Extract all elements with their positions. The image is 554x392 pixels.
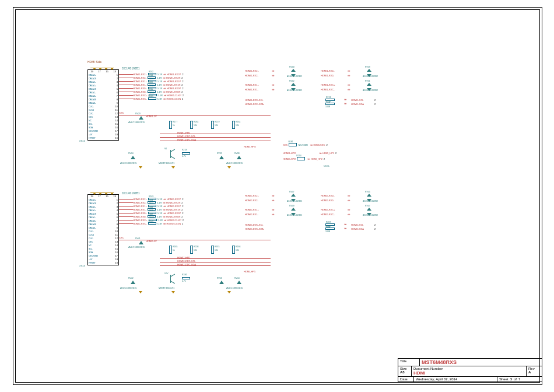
tvs-icon (237, 281, 241, 284)
pullup-res (169, 121, 172, 129)
tb-size-label: Size A3 (398, 366, 411, 376)
bidir-arrow-icon: «» (348, 83, 350, 86)
gnd-icon (171, 166, 175, 169)
hdmi1-connector-refdes: DC1R019JB1 (122, 66, 140, 70)
tvs-icon (131, 156, 135, 159)
port-chevron-icon: «« (163, 198, 166, 200)
tvs-icon (139, 116, 143, 120)
hdmi2-connector-refdes: DC1R019JB1 (122, 191, 140, 195)
hdmi1-block: DC1R019JB1 19171513 DATA2+1DATA2S2DATA2-… (87, 66, 437, 177)
hdmi1-connector: DC1R019JB1 19171513 DATA2+1DATA2S2DATA2-… (87, 69, 119, 141)
data-lane: HDMI1-RXC- R161 5.1R «« HDMI1-CLKN 2 (133, 97, 183, 100)
tvs-diode-icon: RV37 ASES12U020R2 (289, 194, 301, 202)
gnd-icon (227, 166, 231, 169)
gnd-icon (139, 166, 142, 169)
gnd-icon (90, 190, 114, 195)
hdmi2-xs-label: XS13 (79, 264, 85, 267)
cec-resistor: R181 (289, 143, 297, 146)
hdmi1-lower: CEC RV29 AVLC18S02015HDMI1-5V R177 1k R2… (119, 108, 306, 178)
tvs-icon (139, 241, 143, 244)
bidir-arrow-icon: «» (348, 194, 350, 197)
tvs-diode-icon: RV30 ASES12U020R2 (289, 69, 301, 77)
bidir-arrow-icon: «» (348, 208, 350, 211)
series-resistor: R143 (148, 222, 156, 225)
npn-transistor-icon (168, 275, 176, 283)
base-res (182, 152, 190, 155)
port-chevron-icon: «« (163, 222, 166, 225)
pullup-res (211, 121, 214, 129)
port-chevron-icon: «« (163, 76, 165, 79)
port-chevron-icon: «« (164, 219, 166, 221)
port-chevron-icon: «« (163, 205, 166, 207)
tb-doc: Document Number HDMI (411, 366, 526, 376)
tb-title: MST6M48RXS (419, 359, 542, 366)
ddc-scl-sig: HDMI1-DDC-SCL (245, 99, 264, 102)
conn-pin-row: HPDET19 (88, 261, 118, 265)
bidir-arrow-icon: «» (272, 208, 274, 211)
tvs-icon (219, 156, 224, 159)
hpd2-row: HDMI2-HPD R194 »» HDMI_HP2 2 (283, 157, 325, 160)
base-res (182, 277, 190, 279)
gnd-icon (139, 291, 142, 293)
pullup-res (190, 246, 193, 254)
tb-date: Wednesday, April 02, 2014 (413, 377, 497, 382)
pullup-res (232, 121, 235, 129)
data-lane: HDMI2-RXC- R143 5.1R «« HDMI2-CLKN 2 (133, 222, 183, 225)
port-chevron-icon: «« (163, 73, 166, 75)
tb-rev: Rev A (526, 366, 542, 376)
hdmi2-connector: DC1R019JB1 19171513 DATA2+1DATA2S2DATA2-… (87, 194, 119, 265)
port-chevron-icon: «« (163, 90, 165, 93)
tb-date-label: Date: (398, 377, 413, 382)
hpd2-resistor: R194 (297, 157, 305, 160)
ddc-sda-sig: HDMI1-DDC-SDA (245, 103, 264, 106)
port-chevron-icon: «« (163, 215, 165, 218)
tb-title-label: Title (398, 359, 419, 366)
nc-label: NC/1k (324, 165, 329, 167)
port-chevron-icon: «« (163, 212, 166, 214)
npn-transistor-icon (168, 150, 176, 158)
tvs-icon (237, 156, 241, 159)
gnd-icon (90, 65, 114, 70)
port-chevron-icon: «« (163, 83, 165, 86)
hdmi-side-label: HDMI Side (87, 60, 101, 64)
port-chevron-icon: «« (164, 94, 166, 96)
hdmi2-lower: CEC RV41 AVLC18S02015HDMI2-5V R185 1k R2… (119, 233, 306, 303)
tvs-diode-icon: RV45 ASES12U020R2 (365, 194, 377, 202)
cec-row: CEC R181 NC/100R »» HDMI-CEC 2 (283, 143, 328, 146)
port-chevron-icon: «« (163, 208, 165, 211)
port-chevron-icon: «« (163, 87, 166, 89)
pullup-res (211, 246, 214, 254)
tvs-icon (219, 281, 224, 284)
port-chevron-icon: «« (163, 201, 165, 204)
hdmi2-block: DC1R019JB1 19171513 DATA2+1DATA2S2DATA2-… (87, 191, 437, 302)
tvs-diode-icon: RV39 ASES12U020R2 (289, 208, 301, 216)
tvs-diode-icon: RV49 ASES12U020R2 (365, 69, 377, 77)
pullup-res (232, 246, 235, 254)
hdmi1-xs-label: XS11 (79, 139, 85, 142)
conn-pin-row: HPDET19 (88, 136, 118, 140)
bidir-arrow-icon: «» (272, 69, 274, 72)
gnd-icon (227, 291, 231, 293)
ddc-sda-res: R216 (325, 103, 335, 105)
pullup-res (190, 121, 193, 129)
bidir-arrow-icon: «» (272, 194, 274, 197)
gnd-icon (171, 291, 175, 293)
hpd1-row: HDMI1-HPD »» HDMI_HP1 2 (283, 151, 336, 155)
bidir-arrow-icon: «» (272, 83, 274, 86)
tvs-diode-icon: RV51 ASES12U020R2 (365, 83, 377, 91)
bidir-arrow-icon: «» (348, 69, 350, 72)
tb-sheet: Sheet 3 of 7 (497, 377, 542, 382)
titleblock: Title MST6M48RXS Size A3 Document Number… (398, 358, 542, 382)
port-chevron-icon: «« (163, 80, 166, 82)
tvs-icon (131, 281, 135, 284)
pullup-res (169, 246, 172, 254)
tvs-diode-icon: RV47 ASES12U020R2 (365, 208, 377, 216)
tvs-diode-icon: RV32 ASES12U020R2 (289, 83, 301, 91)
port-chevron-icon: «« (163, 97, 166, 100)
series-resistor: R161 (148, 97, 156, 100)
